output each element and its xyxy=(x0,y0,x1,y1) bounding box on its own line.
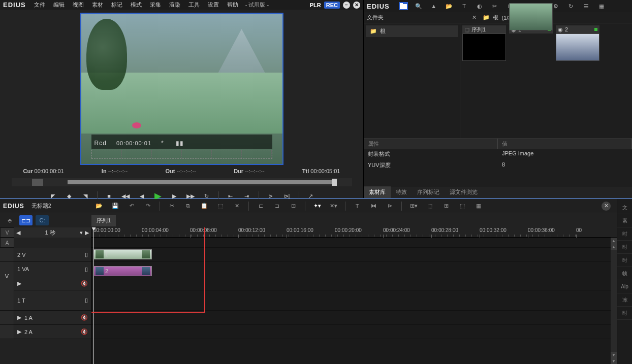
expand-icon[interactable]: ▶ xyxy=(17,328,21,335)
open-icon[interactable]: 📂 xyxy=(94,202,104,211)
close-icon[interactable]: ✕ xyxy=(353,2,360,9)
menu-marker[interactable]: 标记 xyxy=(108,0,125,10)
scroll-down-icon[interactable]: ▼ xyxy=(611,358,617,364)
razor-icon[interactable]: ✦▾ xyxy=(312,202,322,211)
side-tab[interactable]: 时 xyxy=(617,307,632,320)
scale-left-icon[interactable]: ◀ xyxy=(16,229,20,236)
expand-icon[interactable]: ▶ xyxy=(17,280,21,287)
scale-right-icon[interactable]: ▶ xyxy=(85,229,89,236)
timeline-scale-control[interactable]: ◀ 1 秒 ▾ ▶ xyxy=(14,227,91,238)
mode-normal-icon[interactable]: ⬘ xyxy=(3,215,16,225)
menu-tools[interactable]: 工具 xyxy=(185,0,203,10)
side-tab[interactable]: 冻 xyxy=(617,293,632,307)
ripple2-icon[interactable]: ⊐ xyxy=(272,202,281,211)
undo-icon[interactable]: ↶ xyxy=(127,202,136,211)
scroll-down-icon[interactable]: ▼ xyxy=(611,352,617,358)
title-icon[interactable]: T xyxy=(460,2,469,10)
cut-icon[interactable]: ✂ xyxy=(167,202,176,211)
bin-item-sequence[interactable]: ⬚序列1 xyxy=(462,25,506,61)
menu-help[interactable]: 帮助 xyxy=(224,0,241,10)
track-header-1t[interactable]: 1 T ▯ xyxy=(0,290,91,311)
search-icon[interactable]: 🔍 xyxy=(414,2,423,10)
side-tab[interactable]: 时 xyxy=(617,254,632,267)
mode-insert-icon[interactable]: ⊏⊐ xyxy=(19,215,33,225)
copy-icon[interactable]: ⧉ xyxy=(183,202,193,211)
track-matte-icon[interactable]: ▦ xyxy=(474,202,483,211)
clear-icon[interactable]: ✕ xyxy=(469,14,479,22)
up-icon[interactable]: ▲ xyxy=(429,2,438,10)
title-tool-icon[interactable]: T xyxy=(353,202,362,211)
menu-mode[interactable]: 模式 xyxy=(128,0,145,10)
playhead[interactable] xyxy=(93,227,94,364)
multicam-icon[interactable]: ⊞ xyxy=(441,202,451,211)
menu-render[interactable]: 渲染 xyxy=(166,0,183,10)
crop-icon[interactable]: ◐ xyxy=(475,2,484,10)
delete-gap-icon[interactable]: ✕▾ xyxy=(329,202,338,211)
side-tab[interactable]: Alp xyxy=(617,280,632,293)
paste-icon[interactable]: 📋 xyxy=(200,202,209,211)
mode-overwrite-icon[interactable]: C: xyxy=(36,215,49,225)
refresh-icon[interactable]: ↻ xyxy=(566,2,576,10)
timeline-ruler[interactable]: 00:00:00:0000:00:04:0000:00:08:0000:00:1… xyxy=(91,227,617,238)
minimize-icon[interactable]: − xyxy=(343,2,350,9)
transition-icon[interactable]: ⧓ xyxy=(369,202,378,211)
side-tab[interactable]: 素 xyxy=(617,214,632,227)
redo-icon[interactable]: ↷ xyxy=(143,202,152,211)
tab-effects[interactable]: 特效 xyxy=(391,186,412,198)
mute-icon[interactable]: 🔇 xyxy=(81,328,88,335)
clip-2[interactable]: 2 xyxy=(93,266,152,276)
side-tab[interactable]: 时 xyxy=(617,241,632,254)
a-patch[interactable]: A xyxy=(0,238,14,248)
link-icon[interactable]: ⬚ xyxy=(425,202,434,211)
paste-insert-icon[interactable]: ⬚ xyxy=(216,202,225,211)
ripple-icon[interactable]: ⊏ xyxy=(256,202,265,211)
proxy-icon[interactable]: ⬚ xyxy=(458,202,467,211)
track-header-1va[interactable]: V 1 VA▯ ▶🔇 xyxy=(0,262,91,290)
side-tab[interactable]: 文 xyxy=(617,201,632,214)
scroll-up-icon[interactable]: ▲ xyxy=(611,244,617,250)
v-stub[interactable]: V xyxy=(0,262,14,290)
tab-seq-markers[interactable]: 序列标记 xyxy=(412,186,445,198)
tab-bin[interactable]: 素材库 xyxy=(364,186,391,198)
video-frame[interactable]: Rcd 00:00:00:01 * ▮▮ xyxy=(80,13,283,165)
menu-settings[interactable]: 设置 xyxy=(205,0,222,10)
tree-root-item[interactable]: 📁 根 xyxy=(366,25,458,37)
track-lane-1a[interactable]: ⇄ xyxy=(91,311,617,325)
v-patch[interactable]: V xyxy=(0,227,14,238)
timeline-close-icon[interactable]: ✕ xyxy=(602,202,611,211)
menu-capture[interactable]: 采集 xyxy=(147,0,164,10)
menu-clip[interactable]: 素材 xyxy=(89,0,106,10)
side-tab[interactable]: 时 xyxy=(617,227,632,241)
folder-icon[interactable] xyxy=(399,2,408,10)
track-lane-1va[interactable]: ⇄ 2 xyxy=(91,262,617,290)
group-icon[interactable]: ⊡ xyxy=(289,202,298,211)
grid-icon[interactable]: ▦ xyxy=(597,2,606,10)
clip-1[interactable]: 1 xyxy=(93,249,152,259)
tab-source-browser[interactable]: 源文件浏览 xyxy=(445,186,483,198)
track-lane-2v[interactable]: ⇄ 1 xyxy=(91,248,617,262)
track-header-2v[interactable]: 2 V ▯ xyxy=(0,248,91,262)
default-trans-icon[interactable]: ⊳ xyxy=(385,202,394,211)
menu-file[interactable]: 文件 xyxy=(31,0,48,10)
save-icon[interactable]: 💾 xyxy=(111,202,120,211)
video-icon[interactable]: ▯ xyxy=(85,251,88,258)
track-lane-1t[interactable]: ⇄ xyxy=(91,290,617,311)
open-folder-icon[interactable]: 📂 xyxy=(445,2,454,10)
delete-icon[interactable]: ✕ xyxy=(232,202,241,211)
render-icon[interactable]: ⊞▾ xyxy=(409,202,418,211)
viewer-scrubber[interactable] xyxy=(12,178,352,186)
track-lane-2a[interactable]: ⇄ xyxy=(91,325,617,339)
expand-icon[interactable]: ▶ xyxy=(17,314,21,321)
mute-icon[interactable]: 🔇 xyxy=(81,280,88,287)
bin-item-2[interactable]: ◉2 xyxy=(556,25,599,61)
cut-icon[interactable]: ✂ xyxy=(490,2,499,10)
scroll-up-icon[interactable]: ▲ xyxy=(611,238,617,244)
side-tab[interactable]: 帧 xyxy=(617,267,632,280)
menu-edit[interactable]: 编辑 xyxy=(50,0,68,10)
scale-dropdown-icon[interactable]: ▾ xyxy=(80,229,83,236)
list-icon[interactable]: ☰ xyxy=(582,2,591,10)
timeline-tracks[interactable]: 00:00:00:0000:00:04:0000:00:08:0000:00:1… xyxy=(91,227,617,364)
timeline-vscroll[interactable]: ▲ ▲ ▼ ▼ xyxy=(611,238,617,364)
video-icon[interactable]: ▯ xyxy=(85,266,88,273)
track-header-1a[interactable]: ▶1 A 🔇 xyxy=(0,311,91,325)
